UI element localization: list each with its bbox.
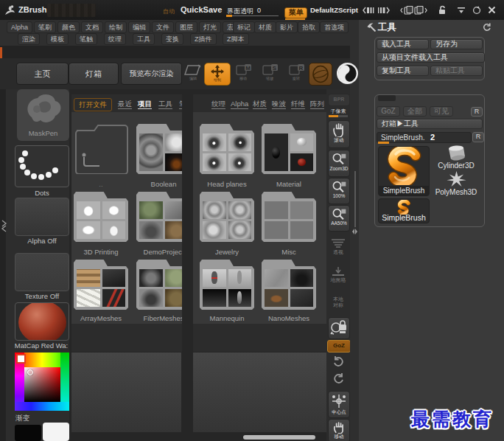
menu-material[interactable]: 材质 xyxy=(254,21,276,33)
menu-render[interactable]: 渲染 xyxy=(18,33,40,45)
folder-jewelry[interactable] xyxy=(200,192,254,242)
tool-simplebrush-small[interactable]: SimpleBrush xyxy=(378,198,430,223)
camera-orange-button[interactable]: GoZ xyxy=(327,340,351,353)
active-tool-tile[interactable]: SimpleBrush xyxy=(378,146,430,196)
tool-polymesh3d[interactable] xyxy=(433,171,479,188)
folder-mannequin[interactable] xyxy=(200,260,254,310)
palette-scrollbar[interactable] xyxy=(354,171,356,227)
ui-layout-prev-icon[interactable] xyxy=(363,7,375,14)
tab-tool[interactable]: 工具 xyxy=(158,99,172,109)
menu-tool[interactable]: 工具 xyxy=(133,33,155,45)
tab-open-file[interactable]: 打开文件 xyxy=(74,98,112,111)
lock-camera-button[interactable] xyxy=(328,317,350,339)
tab-material[interactable]: 材质 xyxy=(253,99,267,109)
draw-mode-button[interactable]: 绘制 xyxy=(204,63,231,86)
folder-3d-printing[interactable] xyxy=(74,192,128,242)
paint-color-swatch[interactable] xyxy=(16,354,26,364)
menu-marker[interactable]: 标记 xyxy=(233,21,255,33)
menu-brush[interactable]: 笔刷 xyxy=(34,21,56,33)
folder-up[interactable] xyxy=(74,124,128,174)
secondary-color-swatch[interactable] xyxy=(15,425,41,441)
tab-array[interactable]: 阵列 xyxy=(310,99,324,109)
copy-tool-button[interactable]: 复制工具 xyxy=(377,66,429,76)
palette-restore-icon[interactable] xyxy=(483,23,491,31)
palette-pick-icon[interactable] xyxy=(366,22,377,32)
rotate-mode-button[interactable]: R 旋转 xyxy=(287,63,306,84)
tab-recent[interactable]: 最近 xyxy=(118,99,132,109)
main-color-swatch[interactable] xyxy=(43,423,69,441)
tab-texture[interactable]: 纹理 xyxy=(211,99,225,109)
folder-fibermeshes[interactable] xyxy=(136,260,182,310)
lightbox-resize-grip[interactable] xyxy=(243,435,315,440)
center-point-button[interactable]: 中心点 xyxy=(328,391,350,418)
canvas-move-button[interactable]: 移动 xyxy=(328,419,350,441)
ui-layout-next-icon[interactable] xyxy=(377,7,390,14)
aahalf-button[interactable]: AA50% xyxy=(328,205,350,232)
gyro-button[interactable] xyxy=(309,63,332,86)
current-stroke-tile[interactable] xyxy=(15,145,69,187)
restore-icon[interactable] xyxy=(472,6,481,15)
bpr-button[interactable]: BPR xyxy=(328,94,350,106)
save-as-button[interactable]: 另存为 xyxy=(430,39,483,49)
menu-preferences[interactable]: 首选项 xyxy=(320,21,349,33)
all-button[interactable]: 全部 xyxy=(403,106,427,117)
r-button-top[interactable]: R xyxy=(471,107,483,117)
camera-redo-icon[interactable] xyxy=(333,372,344,383)
menu-light[interactable]: 灯光 xyxy=(199,21,221,33)
lsym-label[interactable]: 本地对称 xyxy=(326,296,350,308)
folder-misc[interactable] xyxy=(262,192,316,242)
folder-demoproject[interactable] xyxy=(136,192,182,242)
menu-transform[interactable]: 变换 xyxy=(161,33,183,45)
menu-picker[interactable]: 拾取 xyxy=(298,21,320,33)
spix-slider[interactable] xyxy=(329,115,348,117)
ui-transparency-slider[interactable] xyxy=(226,15,279,16)
close-icon[interactable] xyxy=(488,6,496,14)
home-button[interactable]: 主页 xyxy=(16,63,69,85)
folder-head-planes[interactable] xyxy=(200,124,254,174)
menu-movie[interactable]: 影片 xyxy=(276,21,298,33)
doc-next-icon[interactable] xyxy=(414,6,427,15)
load-tool-button[interactable]: 载入工具 xyxy=(377,39,429,49)
current-alpha-tile[interactable] xyxy=(15,198,69,236)
move-mode-button[interactable]: M 移动 xyxy=(234,63,253,84)
camera-undo-icon[interactable] xyxy=(333,355,344,367)
zoom3d-button[interactable]: Zoom3D xyxy=(328,150,350,177)
zscript-label[interactable]: DefaultZScript xyxy=(310,6,358,14)
document-area-left[interactable] xyxy=(71,353,181,432)
actual-button[interactable]: 100% xyxy=(328,178,350,204)
menu-layer[interactable]: 图层 xyxy=(175,21,197,33)
tab-fiber[interactable]: 纤维 xyxy=(291,99,305,109)
gradient-label[interactable]: 渐变 xyxy=(15,414,33,423)
menu-zplugin[interactable]: Z插件 xyxy=(190,33,217,45)
minimize-icon[interactable] xyxy=(457,7,466,14)
preview-boolean-button[interactable]: 预览布尔渲染 xyxy=(121,63,182,85)
tab-alpha[interactable]: Alpha xyxy=(231,99,248,109)
menu-stroke[interactable]: 笔触 xyxy=(75,33,97,45)
folder-nanomeshes[interactable] xyxy=(262,260,316,310)
autosave-label[interactable]: 自动 xyxy=(163,7,175,15)
palette-divider-arrows[interactable] xyxy=(351,228,358,235)
menu-stencil[interactable]: 模板 xyxy=(46,33,69,45)
visible-button[interactable]: 可见 xyxy=(430,106,453,117)
sculptris-pro-button[interactable] xyxy=(336,62,359,85)
tab-project[interactable]: 项目 xyxy=(138,99,152,109)
lightbox-button[interactable]: 灯箱 xyxy=(69,63,119,85)
r-button-slider[interactable]: R xyxy=(472,132,484,142)
lightbox-tool-button[interactable]: 灯箱▶工具 xyxy=(377,119,483,129)
scroll-button[interactable]: 滚动 xyxy=(328,120,350,148)
current-brush-tile[interactable]: MaskPen xyxy=(17,89,69,141)
doc-prev-icon[interactable] xyxy=(400,6,413,15)
lock-icon[interactable] xyxy=(438,5,447,15)
current-texture-tile[interactable] xyxy=(15,253,69,291)
folder-arraymeshes[interactable] xyxy=(74,260,128,310)
edit-mode-button[interactable]: 编辑 xyxy=(183,63,203,84)
tab-noise[interactable]: 噪波 xyxy=(272,99,286,109)
folder-material[interactable] xyxy=(262,124,316,174)
goz-button[interactable]: GoZ xyxy=(377,106,400,117)
scale-mode-button[interactable]: S 缩放 xyxy=(260,63,279,84)
menu-document[interactable]: 文档 xyxy=(81,21,103,33)
menu-texture[interactable]: 纹理 xyxy=(104,33,126,45)
menu-alpha[interactable]: Alpha xyxy=(7,21,32,33)
menu-color[interactable]: 颜色 xyxy=(57,21,80,33)
color-picker[interactable] xyxy=(15,353,69,411)
